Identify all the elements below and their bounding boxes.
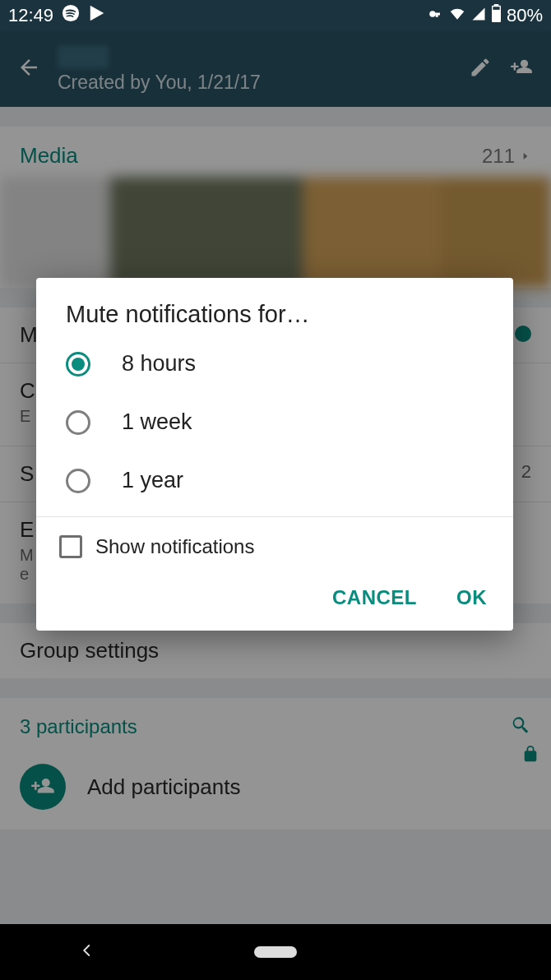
spotify-icon (62, 4, 80, 27)
nav-home-pill[interactable] (254, 946, 297, 958)
android-nav-bar (0, 924, 551, 980)
radio-unselected-icon[interactable] (66, 469, 90, 493)
battery-icon (491, 4, 502, 27)
mute-option-1-year[interactable]: 1 year (36, 451, 513, 510)
ok-button[interactable]: OK (456, 586, 487, 609)
cancel-button[interactable]: CANCEL (332, 586, 417, 609)
battery-percent: 80% (507, 5, 543, 26)
svg-rect-2 (494, 4, 499, 7)
wifi-icon (448, 5, 466, 26)
mute-option-8-hours[interactable]: 8 hours (36, 335, 513, 393)
nav-back-icon[interactable] (80, 943, 95, 961)
vpn-key-icon (422, 5, 443, 26)
checkbox-unchecked-icon[interactable] (59, 535, 82, 558)
show-notifications-checkbox-row[interactable]: Show notifications (36, 517, 513, 566)
dialog-title: Mute notifications for… (36, 301, 513, 335)
status-bar: 12:49 80% (0, 0, 551, 31)
status-time: 12:49 (8, 5, 53, 26)
radio-unselected-icon[interactable] (66, 410, 90, 435)
signal-icon (471, 5, 486, 26)
mute-dialog: Mute notifications for… 8 hours 1 week 1… (36, 278, 513, 631)
mute-option-1-week[interactable]: 1 week (36, 393, 513, 451)
play-store-icon (88, 4, 106, 27)
radio-selected-icon[interactable] (66, 352, 90, 377)
svg-rect-3 (493, 7, 499, 10)
